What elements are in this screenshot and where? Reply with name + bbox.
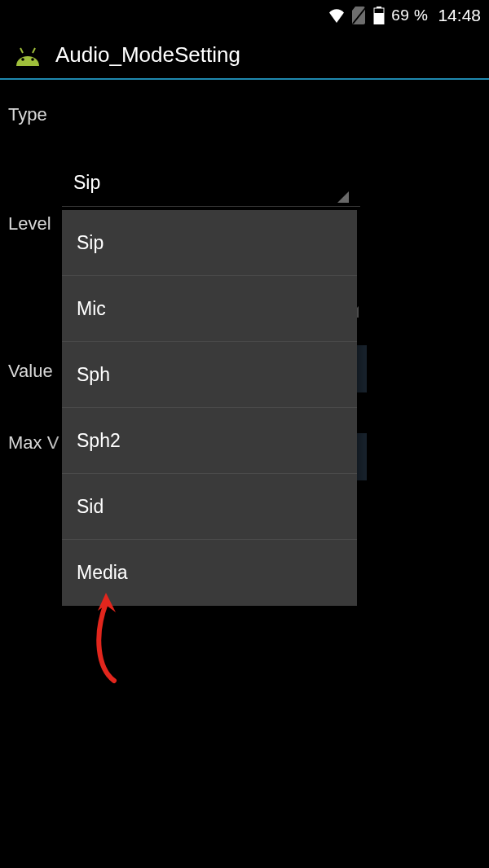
battery-icon (373, 7, 385, 24)
no-sim-icon (352, 7, 367, 24)
wifi-icon (328, 8, 346, 23)
dropdown-indicator-icon (337, 191, 349, 203)
svg-line-5 (33, 48, 35, 53)
dropdown-option-sid[interactable]: Sid (62, 474, 357, 540)
dropdown-option-mic[interactable]: Mic (62, 276, 357, 342)
dropdown-option-media[interactable]: Media (62, 540, 357, 606)
app-title-bar: Audio_ModeSetting (0, 31, 489, 80)
type-spinner[interactable]: Sip (62, 160, 360, 207)
value-input-edge (357, 345, 367, 392)
svg-rect-3 (374, 13, 384, 24)
dropdown-option-sph[interactable]: Sph (62, 342, 357, 408)
android-icon (11, 42, 44, 68)
status-bar: 69 % 14:48 (0, 0, 489, 31)
dropdown-option-sph2[interactable]: Sph2 (62, 408, 357, 474)
dropdown-option-sip[interactable]: Sip (62, 210, 357, 276)
type-spinner-value: Sip (73, 172, 100, 194)
svg-point-6 (21, 58, 24, 61)
type-label: Type (8, 104, 481, 125)
clock: 14:48 (438, 6, 481, 25)
max-input-edge (357, 433, 367, 480)
annotation-arrow-icon (82, 591, 139, 692)
svg-line-4 (20, 48, 23, 53)
svg-point-7 (31, 58, 34, 61)
page-title: Audio_ModeSetting (55, 42, 240, 68)
type-dropdown: Sip Mic Sph Sph2 Sid Media (62, 210, 357, 606)
battery-percent: 69 % (391, 7, 428, 24)
